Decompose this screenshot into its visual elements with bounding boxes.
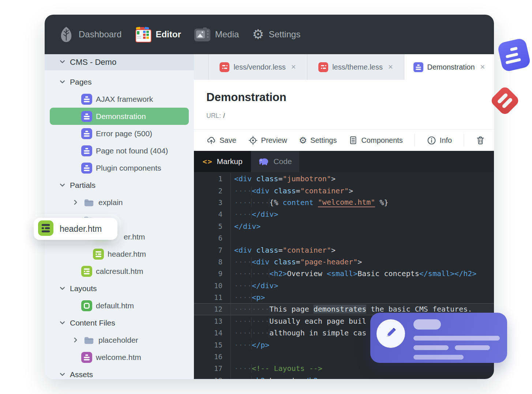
line-number: 14 [194,329,231,337]
sidebar-item-error-page-500[interactable]: Error page (500) [45,125,194,142]
trash-icon [476,135,485,145]
editor-tab-demonstration[interactable]: Demonstration× [404,54,494,80]
sidebar-section-pages[interactable]: Pages [45,73,194,90]
toolbar-components-button[interactable]: Components [348,135,402,145]
sidebar-item-calcresult-htm[interactable]: calcresult.htm [45,263,194,280]
line-number: 17 [194,364,231,372]
editor-tab-less-theme-less[interactable]: less/theme.less× [307,54,404,80]
page-icon [81,128,92,139]
sidebar-item-ajax-framework[interactable]: AJAX framework [45,90,194,108]
toolbar-divider [415,134,415,146]
chevron-down-icon [59,57,65,67]
chevron-down-icon [59,320,65,326]
page-icon [81,111,92,122]
sidebar-item-default-htm[interactable]: default.htm [45,297,194,314]
drag-ghost-label: header.htm [60,224,102,234]
tree-label: Page not found (404) [96,146,168,155]
line-number: 16 [194,353,231,361]
nav-label: Media [215,29,239,40]
sidebar-item-plugin-components[interactable]: Plugin components [45,159,194,176]
toolbar-settings-button[interactable]: ⚙Settings [299,136,337,145]
toolbar-save-button[interactable]: Save [206,135,236,145]
code-line-11: 11····<p> [194,291,494,303]
less-file-icon [220,62,229,72]
tree-label: Partials [70,181,95,190]
skeleton-line [413,336,500,341]
line-number: 2 [194,187,231,195]
toolbar-info-button[interactable]: Info [427,135,452,145]
tree-label: Error page (500) [96,129,152,138]
nav-item-dashboard[interactable]: Dashboard [59,26,121,42]
partial-file-icon [38,220,53,237]
chevron-down-icon [59,285,65,291]
page-url: URL:/ [206,112,225,120]
sidebar-section-partials[interactable]: Partials [45,176,194,194]
nav-item-editor[interactable]: Editor [135,27,181,42]
sidebar-section-assets[interactable]: Assets [45,366,194,379]
tree-label: explain [98,198,123,207]
nav-item-settings[interactable]: ⚙Settings [252,28,300,41]
close-icon[interactable]: × [291,62,296,72]
close-icon[interactable]: × [480,62,485,72]
toolbar-preview-button[interactable]: Preview [248,135,287,145]
editor-tabstrip: less/vendor.less×less/theme.less×Demonst… [194,54,494,80]
gear-icon: ⚙ [299,136,307,145]
decorative-stripes-icon [490,85,521,116]
preview-target-icon [248,135,258,145]
folder-icon [83,197,95,208]
tree-label: calcresult.htm [96,267,143,276]
media-icon [194,27,210,41]
drag-ghost-header-htm[interactable]: header.htm [34,218,117,240]
page-icon [81,145,92,156]
code-line-6: 6 [194,232,494,244]
code-line-9: 9········<h2>Overview <small>Basic conce… [194,268,494,279]
sidebar-item-placeholder[interactable]: placeholder [45,331,194,349]
line-number: 11 [194,293,231,301]
line-number: 8 [194,258,231,266]
partial-icon [93,249,104,260]
toolbar-label: Settings [310,136,337,145]
toolbar-label: Info [440,136,452,145]
php-elephant-icon [258,157,269,166]
close-icon[interactable]: × [388,62,393,72]
tree-label: header.htm [108,250,146,259]
decorative-notes-icon [497,37,531,72]
toolbar-label: Preview [261,136,287,145]
code-tab-code[interactable]: Code [251,151,299,172]
line-number: 12 [194,305,231,313]
line-number: 18 [194,376,231,379]
chevron-right-icon [72,337,79,343]
page-title: Demonstration [206,91,286,104]
code-line-8: 8····<div class="page-header"> [194,256,494,268]
info-circle-icon [427,135,437,145]
components-doc-icon [348,135,358,145]
toolbar-trash-button[interactable] [476,135,485,145]
code-line-10: 10····</div> [194,280,494,291]
layout-icon [81,300,92,311]
sidebar-item-explain[interactable]: explain [45,194,194,211]
sidebar-item-header-htm[interactable]: header.htm [45,245,194,263]
tab-label: Demonstration [427,63,475,71]
sidebar-item-welcome-htm[interactable]: welcome.htm [45,349,194,366]
nav-label: Settings [269,29,300,40]
sidebar-section-content-files[interactable]: Content Files [45,314,194,331]
tab-label: less/vendor.less [233,63,285,71]
nav-item-media[interactable]: Media [194,27,239,41]
code-tab-markup[interactable]: <>Markup [194,151,251,172]
code-section-tabs: <>MarkupCode [194,151,494,172]
page-icon [81,94,92,105]
sidebar-item-demonstration[interactable]: Demonstration [50,108,189,125]
editor-tab-less-vendor-less[interactable]: less/vendor.less× [209,54,307,80]
sidebar-section-layouts[interactable]: Layouts [45,280,194,297]
tree-label: Content Files [70,319,115,327]
tree-label: welcome.htm [96,353,141,362]
tree-label: Assets [70,370,93,379]
tabstrip-spacer [194,54,209,80]
edit-tooltip-card [370,313,507,363]
sidebar-root-node[interactable]: CMS - Demo [45,54,194,70]
pencil-icon [383,325,398,342]
sidebar-item-page-not-found-404[interactable]: Page not found (404) [45,142,194,159]
tree-label: er.htm [124,233,145,241]
content-icon [81,352,92,363]
code-brackets-icon: <> [202,157,213,166]
